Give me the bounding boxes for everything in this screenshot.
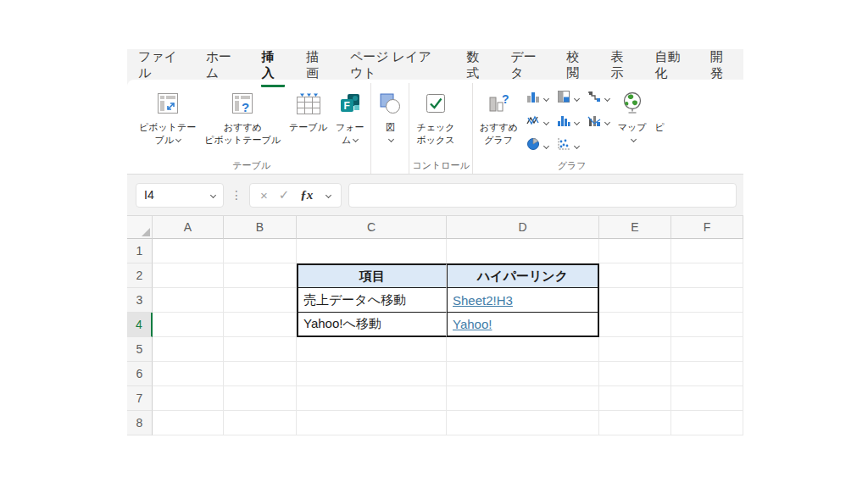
cell[interactable] [224,386,297,411]
cell[interactable] [224,263,297,288]
tab-automate[interactable]: 自動化 [644,49,699,80]
cell[interactable] [297,239,447,263]
row-header-3[interactable]: 3 [127,288,153,313]
cell[interactable] [671,313,743,337]
cell-D2[interactable]: ハイパーリンク [447,263,599,288]
column-header-C[interactable]: C [297,216,447,239]
cell[interactable] [671,411,743,435]
cell[interactable] [599,288,671,313]
cell[interactable] [224,313,297,337]
column-header-D[interactable]: D [447,216,599,239]
cell[interactable] [297,386,447,411]
tab-formulas[interactable]: 数式 [455,49,499,80]
cell[interactable] [153,386,224,411]
formula-input[interactable] [348,183,737,208]
insert-waterfall-chart-button[interactable] [583,86,614,110]
cell[interactable] [447,362,599,386]
more-options-icon[interactable]: ⋮ [231,188,242,202]
row-header-6[interactable]: 6 [127,362,153,386]
enter-icon[interactable]: ✓ [279,187,290,202]
cell[interactable] [224,288,297,313]
cancel-icon[interactable]: × [260,188,268,202]
cell[interactable] [599,337,671,362]
cell[interactable] [447,411,599,435]
tab-view[interactable]: 表示 [599,49,643,80]
tab-insert[interactable]: 挿入 [251,49,295,80]
cell[interactable] [153,362,224,386]
table-button[interactable]: テーブル [285,83,331,136]
cell[interactable] [224,337,297,362]
column-header-B[interactable]: B [224,216,297,239]
cell[interactable] [671,263,743,288]
cell[interactable] [153,411,224,435]
cell-C2[interactable]: 項目 [297,263,447,288]
column-header-E[interactable]: E [599,216,671,239]
tab-page-layout[interactable]: ページ レイアウト [339,49,455,80]
cell[interactable] [153,239,224,263]
illustrations-button[interactable]: 図 [374,83,406,147]
cell[interactable] [153,313,224,337]
name-box[interactable]: I4 [136,183,224,208]
insert-column-chart-button[interactable] [522,86,553,110]
row-header-8[interactable]: 8 [127,411,153,435]
recommended-pivottables-button[interactable]: ? おすすめ ピボットテーブル [200,83,285,147]
cell[interactable] [153,263,224,288]
cell[interactable] [447,386,599,411]
row-header-4[interactable]: 4 [127,313,153,337]
cell[interactable] [599,313,671,337]
maps-button[interactable]: マップ [614,83,651,147]
cell[interactable] [447,337,599,362]
hyperlink-yahoo[interactable]: Yahoo! [453,317,492,331]
hyperlink-sheet2[interactable]: Sheet2!H3 [453,293,513,308]
recommended-charts-button[interactable]: ? おすすめ グラフ [476,83,522,147]
cell[interactable] [297,337,447,362]
tab-file[interactable]: ファイル [127,49,195,80]
row-header-7[interactable]: 7 [127,386,153,411]
pivotchart-button-partial[interactable]: ピ [651,83,669,136]
cell[interactable] [671,337,743,362]
cell[interactable] [599,263,671,288]
cell[interactable] [671,386,743,411]
cell[interactable] [224,411,297,435]
cell[interactable] [224,362,297,386]
cell[interactable] [297,411,447,435]
cell-C4[interactable]: Yahoo!へ移動 [297,313,447,337]
tab-data[interactable]: データ [499,49,555,80]
cell[interactable] [599,411,671,435]
cell[interactable] [599,362,671,386]
cell[interactable] [671,362,743,386]
tab-developer[interactable]: 開発 [699,49,743,80]
column-header-A[interactable]: A [153,216,224,239]
cell-D4[interactable]: Yahoo! [447,313,599,337]
cell[interactable] [671,288,743,313]
row-header-1[interactable]: 1 [127,239,153,263]
row-header-2[interactable]: 2 [127,263,153,288]
cell[interactable] [297,362,447,386]
insert-statistic-chart-button[interactable] [553,110,583,134]
tab-review[interactable]: 校閲 [555,49,599,80]
cell[interactable] [671,239,743,263]
cell-C3[interactable]: 売上データへ移動 [297,288,447,313]
cell[interactable] [153,337,224,362]
insert-hierarchy-chart-button[interactable] [553,86,583,110]
cell[interactable] [599,386,671,411]
checkbox-button[interactable]: チェック ボックス [412,83,459,147]
tab-home[interactable]: ホーム [195,49,251,80]
insert-combo-chart-button[interactable] [583,110,614,134]
insert-scatter-chart-button[interactable] [553,134,583,158]
row-header-5[interactable]: 5 [127,337,153,362]
insert-pie-chart-button[interactable] [522,134,553,158]
cell[interactable] [153,288,224,313]
tab-draw[interactable]: 描画 [295,49,339,80]
column-header-F[interactable]: F [671,216,743,239]
cell-D3[interactable]: Sheet2!H3 [447,288,599,313]
cell[interactable] [224,239,297,263]
pivottable-button[interactable]: ピボットテー ブル [135,83,200,147]
chevron-down-icon[interactable] [326,191,331,197]
select-all-corner[interactable] [127,216,153,239]
cell[interactable] [599,239,671,263]
forms-button[interactable]: F フォー ム [331,83,369,147]
cell[interactable] [447,239,599,263]
insert-line-chart-button[interactable] [522,110,553,134]
insert-function-icon[interactable]: ƒx [300,188,313,202]
